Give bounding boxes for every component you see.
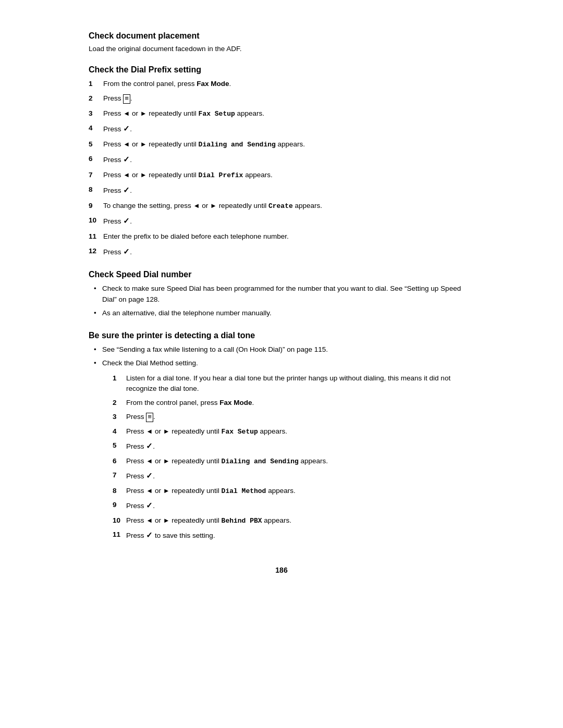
step-num-7: 7 bbox=[89, 170, 103, 181]
sub-step-num-10-bold: 10 bbox=[113, 516, 120, 524]
fax-mode-label-2: Fax Mode bbox=[219, 399, 252, 406]
sub-step-content-10: Press ◄ or ► repeatedly until Behind PBX… bbox=[126, 515, 474, 526]
step-num-4: 4 bbox=[89, 123, 103, 135]
bullet-content-2: As an alternative, dial the telephone nu… bbox=[102, 308, 474, 318]
step-content-9: To change the setting, press ◄ or ► repe… bbox=[103, 201, 474, 212]
sub-step-6: 6 Press ◄ or ► repeatedly until Dialing … bbox=[113, 456, 474, 467]
step-8: 8 Press ✓. bbox=[89, 184, 474, 196]
arrow-right-icon-1: ► bbox=[140, 109, 147, 117]
dial-method-label: Dial Method bbox=[222, 487, 266, 495]
page-number: 186 bbox=[89, 566, 474, 574]
step-7: 7 Press ◄ or ► repeatedly until Dial Pre… bbox=[89, 170, 474, 181]
sub-step-content-1: Listen for a dial tone. If you hear a di… bbox=[126, 373, 474, 394]
dial-prefix-label: Dial Prefix bbox=[199, 171, 243, 179]
step-num-9: 9 bbox=[89, 201, 103, 212]
fax-setup-label-2: Fax Setup bbox=[222, 428, 258, 436]
check-icon-9: ✓ bbox=[146, 530, 153, 539]
dial-tone-bullet-1: • See “Sending a fax while listening to … bbox=[94, 344, 474, 355]
bullet-dot-3: • bbox=[94, 344, 102, 355]
step-num-11: 11 bbox=[89, 231, 103, 242]
sub-step-content-3: Press ≡. bbox=[126, 412, 474, 422]
step-num-12-bold: 12 bbox=[89, 247, 96, 255]
section-heading-1: Check document placement bbox=[89, 31, 474, 41]
step-content-11: Enter the prefix to be dialed before eac… bbox=[103, 231, 474, 242]
sub-step-content-6: Press ◄ or ► repeatedly until Dialing an… bbox=[126, 456, 474, 467]
sub-step-content-7: Press ✓. bbox=[126, 470, 474, 482]
step-4: 4 Press ✓. bbox=[89, 123, 474, 135]
bullet-dot-2: • bbox=[94, 308, 102, 318]
check-icon-2: ✓ bbox=[123, 155, 130, 164]
arrow-right-icon-4: ► bbox=[210, 202, 217, 209]
sub-step-num-11-bold: 11 bbox=[113, 530, 120, 538]
step-2: 2 Press ≡. bbox=[89, 93, 474, 104]
arrow-right-icon-2: ► bbox=[140, 140, 147, 148]
arrow-right-icon-7: ► bbox=[163, 487, 170, 495]
check-icon-5: ✓ bbox=[123, 247, 130, 256]
step-num-10: 10 bbox=[89, 215, 103, 227]
fax-mode-label-1: Fax Mode bbox=[197, 80, 229, 88]
sub-step-1: 1 Listen for a dial tone. If you hear a … bbox=[113, 373, 474, 394]
bullet-content-3: See “Sending a fax while listening to a … bbox=[102, 344, 474, 355]
bullet-content-1: Check to make sure Speed Dial has been p… bbox=[102, 283, 474, 305]
step-content-5: Press ◄ or ► repeatedly until Dialing an… bbox=[103, 139, 474, 150]
step-num-5: 5 bbox=[89, 139, 103, 150]
sub-step-content-9: Press ✓. bbox=[126, 500, 474, 512]
sub-step-4: 4 Press ◄ or ► repeatedly until Fax Setu… bbox=[113, 426, 474, 437]
step-5: 5 Press ◄ or ► repeatedly until Dialing … bbox=[89, 139, 474, 150]
sub-step-3: 3 Press ≡. bbox=[113, 412, 474, 422]
step-content-3: Press ◄ or ► repeatedly until Fax Setup … bbox=[103, 108, 474, 119]
sub-step-num-11: 11 bbox=[113, 529, 126, 541]
arrow-left-icon-5: ◄ bbox=[146, 427, 153, 435]
section-heading-3: Check Speed Dial number bbox=[89, 270, 474, 279]
check-icon-7: ✓ bbox=[146, 471, 153, 480]
bullet-content-4: Check the Dial Method setting. 1 Listen … bbox=[102, 358, 474, 545]
check-icon-3: ✓ bbox=[123, 186, 130, 194]
step-10: 10 Press ✓. bbox=[89, 215, 474, 227]
step-11: 11 Enter the prefix to be dialed before … bbox=[89, 231, 474, 242]
sub-step-num-8: 8 bbox=[113, 486, 126, 497]
sub-step-10: 10 Press ◄ or ► repeatedly until Behind … bbox=[113, 515, 474, 526]
create-label: Create bbox=[268, 202, 293, 210]
step-num-6: 6 bbox=[89, 154, 103, 166]
step-content-6: Press ✓. bbox=[103, 154, 474, 166]
check-icon-8: ✓ bbox=[146, 501, 153, 510]
sub-step-content-5: Press ✓. bbox=[126, 440, 474, 452]
menu-icon-2: ≡ bbox=[146, 413, 153, 422]
dialing-sending-label-2: Dialing and Sending bbox=[222, 458, 299, 465]
dial-prefix-steps: 1 From the control panel, press Fax Mode… bbox=[89, 79, 474, 257]
check-icon-6: ✓ bbox=[146, 441, 153, 450]
dialing-sending-label-1: Dialing and Sending bbox=[199, 141, 276, 149]
check-icon-1: ✓ bbox=[123, 124, 130, 133]
step-6: 6 Press ✓. bbox=[89, 154, 474, 166]
sub-step-num-5: 5 bbox=[113, 440, 126, 452]
bullet-2: • As an alternative, dial the telephone … bbox=[94, 308, 474, 318]
section-heading-2: Check the Dial Prefix setting bbox=[89, 65, 474, 75]
dial-tone-bullet-2: • Check the Dial Method setting. 1 Liste… bbox=[94, 358, 474, 545]
sub-step-num-9: 9 bbox=[113, 500, 126, 512]
arrow-right-icon-8: ► bbox=[163, 516, 170, 524]
bullet-dot-1: • bbox=[94, 283, 102, 305]
sub-step-content-2: From the control panel, press Fax Mode. bbox=[126, 398, 474, 408]
step-3: 3 Press ◄ or ► repeatedly until Fax Setu… bbox=[89, 108, 474, 119]
step-num-3: 3 bbox=[89, 108, 103, 119]
arrow-right-icon-6: ► bbox=[163, 457, 170, 465]
section-heading-4: Be sure the printer is detecting a dial … bbox=[89, 331, 474, 340]
step-num-2: 2 bbox=[89, 93, 103, 104]
step-content-2: Press ≡. bbox=[103, 93, 474, 104]
sub-step-num-6: 6 bbox=[113, 456, 126, 467]
sub-step-content-11: Press ✓ to save this setting. bbox=[126, 529, 474, 541]
speed-dial-bullets: • Check to make sure Speed Dial has been… bbox=[89, 283, 474, 318]
sub-step-num-3: 3 bbox=[113, 412, 126, 422]
step-content-1: From the control panel, press Fax Mode. bbox=[103, 79, 474, 89]
sub-step-5: 5 Press ✓. bbox=[113, 440, 474, 452]
arrow-right-icon-3: ► bbox=[140, 171, 147, 179]
step-num-10-bold: 10 bbox=[89, 216, 96, 224]
sub-step-num-2: 2 bbox=[113, 398, 126, 408]
step-1: 1 From the control panel, press Fax Mode… bbox=[89, 79, 474, 89]
sub-step-11: 11 Press ✓ to save this setting. bbox=[113, 529, 474, 541]
arrow-left-icon-3: ◄ bbox=[123, 171, 130, 179]
arrow-right-icon-5: ► bbox=[163, 427, 170, 435]
sub-step-content-8: Press ◄ or ► repeatedly until Dial Metho… bbox=[126, 486, 474, 497]
dial-tone-bullets: • See “Sending a fax while listening to … bbox=[89, 344, 474, 545]
fax-setup-label-1: Fax Setup bbox=[199, 110, 235, 118]
